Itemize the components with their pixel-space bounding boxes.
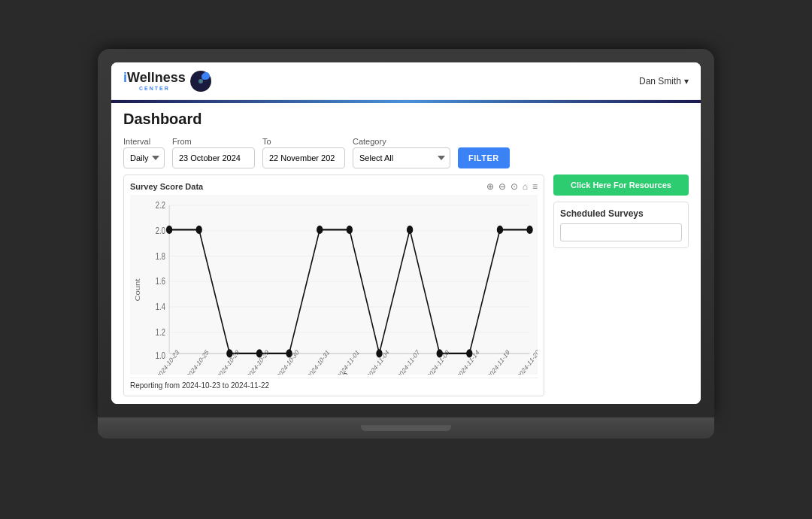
logo-center: CENTER [123, 86, 186, 91]
chart-icons: ⊕ ⊖ ⊙ ⌂ ≡ [486, 181, 538, 192]
logo-text: iWellness CENTER [123, 71, 186, 91]
filter-button[interactable]: FILTER [458, 147, 510, 168]
category-select[interactable]: Select All [353, 147, 450, 168]
interval-select[interactable]: Daily [123, 147, 165, 168]
chart-area: 2.2 2.0 1.8 1.6 1.4 1.2 1.0 Count [130, 195, 538, 375]
scheduled-surveys-panel: Scheduled Surveys [553, 202, 689, 248]
zoom-out-icon[interactable]: ⊖ [498, 181, 506, 192]
menu-icon[interactable]: ≡ [532, 181, 538, 192]
user-menu[interactable]: Dan Smith ▾ [639, 76, 689, 86]
page-title: Dashboard [123, 111, 689, 128]
zoom-reset-icon[interactable]: ⊙ [511, 181, 518, 192]
right-panel: Click Here For Resources Scheduled Surve… [553, 175, 689, 396]
scheduled-title: Scheduled Surveys [560, 208, 682, 219]
to-label: To [262, 137, 345, 146]
to-group: To [262, 137, 345, 168]
screen-bezel: iWellness CENTER [111, 62, 701, 404]
filter-row: Interval Daily From To [123, 137, 689, 168]
svg-point-26 [347, 226, 353, 234]
zoom-in-icon[interactable]: ⊕ [486, 181, 494, 192]
resources-button[interactable]: Click Here For Resources [553, 175, 689, 196]
svg-rect-3 [130, 195, 538, 375]
chart-footer: Reporting from 2024-10-23 to 2024-11-22 [130, 378, 538, 390]
user-name: Dan Smith [639, 76, 681, 86]
chart-footer-text: Reporting from 2024-10-23 to 2024-11-22 [130, 381, 269, 390]
svg-point-28 [407, 226, 413, 234]
main-area: Survey Score Data ⊕ ⊖ ⊙ ⌂ ≡ [123, 175, 689, 396]
svg-point-31 [497, 226, 503, 234]
line-chart-svg: 2.2 2.0 1.8 1.6 1.4 1.2 1.0 Count [130, 195, 538, 375]
category-group: Category Select All [353, 137, 450, 168]
svg-point-25 [317, 226, 323, 234]
logo: iWellness CENTER [123, 71, 211, 92]
svg-text:1.4: 1.4 [156, 302, 165, 312]
svg-point-20 [166, 226, 172, 234]
interval-group: Interval Daily [123, 137, 165, 168]
logo-icon [190, 71, 211, 92]
to-input[interactable] [262, 147, 345, 168]
chart-header: Survey Score Data ⊕ ⊖ ⊙ ⌂ ≡ [130, 181, 538, 192]
svg-point-21 [196, 226, 202, 234]
chart-panel: Survey Score Data ⊕ ⊖ ⊙ ⌂ ≡ [123, 175, 544, 396]
svg-text:1.6: 1.6 [156, 276, 165, 287]
svg-text:Count: Count [134, 278, 141, 301]
svg-text:Day: Day [344, 372, 356, 375]
home-icon[interactable]: ⌂ [523, 181, 528, 192]
svg-text:1.2: 1.2 [156, 327, 165, 338]
laptop-base [98, 417, 714, 439]
survey-search-input[interactable] [560, 223, 682, 241]
category-label: Category [353, 137, 450, 146]
chart-title: Survey Score Data [130, 182, 203, 191]
laptop-keyboard [98, 439, 714, 454]
svg-text:1.8: 1.8 [156, 250, 165, 261]
from-group: From [172, 137, 255, 168]
from-input[interactable] [172, 147, 255, 168]
svg-point-1 [201, 74, 208, 80]
laptop-lid: iWellness CENTER [98, 49, 714, 417]
app-content: Dashboard Interval Daily From [111, 103, 701, 404]
logo-wellness: Wellness [127, 70, 186, 85]
laptop-screen: iWellness CENTER [111, 62, 701, 404]
brain-icon [190, 71, 211, 92]
svg-text:1.0: 1.0 [156, 351, 165, 361]
from-label: From [172, 137, 255, 146]
svg-text:2.2: 2.2 [156, 200, 165, 211]
laptop-shell: iWellness CENTER [98, 49, 714, 470]
interval-label: Interval [123, 137, 165, 146]
svg-point-32 [526, 226, 532, 234]
svg-point-2 [198, 79, 203, 83]
svg-text:2.0: 2.0 [156, 226, 165, 236]
user-chevron: ▾ [684, 76, 689, 86]
app-header: iWellness CENTER [111, 62, 701, 100]
